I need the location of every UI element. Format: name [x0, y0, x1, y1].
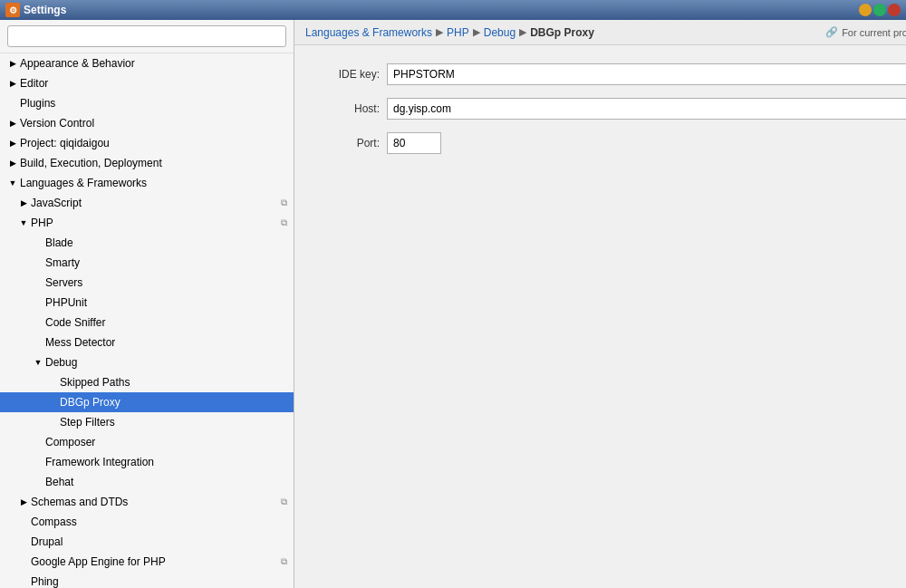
breadcrumb-sep-3: ▶: [519, 26, 526, 38]
ide-key-input[interactable]: [387, 63, 906, 85]
settings-tree: Appearance & BehaviorEditor PluginsVersi…: [0, 53, 294, 588]
sidebar-item-label: Version Control: [20, 117, 94, 130]
sidebar-item-drupal[interactable]: Drupal: [0, 532, 294, 552]
sidebar-item-behat[interactable]: Behat: [0, 472, 294, 492]
breadcrumb-sep-1: ▶: [436, 26, 443, 38]
arrow-icon: [33, 357, 43, 368]
sidebar-item-label: Mess Detector: [45, 336, 115, 349]
search-input[interactable]: [7, 25, 286, 47]
breadcrumb-php[interactable]: PHP: [447, 26, 469, 39]
sidebar-item-compass[interactable]: Compass: [0, 512, 294, 532]
arrow-icon: [7, 158, 18, 169]
sidebar-item-appearance[interactable]: Appearance & Behavior: [0, 53, 294, 73]
sidebar-item-schemas-dtds[interactable]: Schemas and DTDs⧉: [0, 492, 294, 512]
ide-key-label: IDE key:: [316, 68, 380, 81]
sidebar-item-debug[interactable]: Debug: [0, 352, 294, 372]
sidebar-item-label: Languages & Frameworks: [20, 177, 147, 189]
sidebar-item-label: Servers: [45, 276, 82, 289]
sidebar-item-plugins[interactable]: Plugins: [0, 93, 294, 113]
sidebar-item-version-control[interactable]: Version Control: [0, 113, 294, 133]
sidebar-item-phing[interactable]: Phing: [0, 572, 294, 588]
close-button[interactable]: [888, 4, 901, 16]
breadcrumb-debug[interactable]: Debug: [484, 26, 516, 39]
sidebar-item-label: PHPUnit: [45, 296, 87, 309]
sidebar-item-label: Code Sniffer: [45, 316, 106, 329]
app-icon: ⚙: [5, 3, 20, 17]
sidebar-item-label: Blade: [45, 236, 73, 249]
sidebar-item-label: JavaScript: [31, 197, 82, 209]
sidebar-item-label: Editor: [20, 77, 48, 90]
sidebar-item-label: Plugins: [20, 97, 55, 110]
sidebar-item-label: Build, Execution, Deployment: [20, 157, 162, 169]
sidebar-item-label: Composer: [45, 436, 95, 448]
host-row: Host:: [316, 98, 906, 120]
sidebar-item-composer[interactable]: Composer: [0, 432, 294, 452]
sidebar-item-skipped-paths[interactable]: Skipped Paths: [0, 372, 294, 392]
arrow-icon: [7, 78, 18, 89]
sidebar-item-label: Debug: [45, 356, 77, 369]
sidebar-item-code-sniffer[interactable]: Code Sniffer: [0, 313, 294, 333]
sidebar-item-label: Skipped Paths: [60, 376, 130, 389]
sidebar-item-project[interactable]: Project: qiqidaigou: [0, 133, 294, 153]
content-area: Languages & Frameworks ▶ PHP ▶ Debug ▶ D…: [294, 20, 906, 588]
sidebar-item-framework-integration[interactable]: Framework Integration: [0, 452, 294, 472]
sidebar-item-label: Google App Engine for PHP: [31, 555, 166, 568]
sidebar-item-label: Drupal: [31, 535, 63, 548]
arrow-icon: [18, 217, 29, 228]
sidebar-item-step-filters[interactable]: Step Filters: [0, 412, 294, 432]
window-title: Settings: [24, 4, 66, 16]
sidebar-item-smarty[interactable]: Smarty: [0, 253, 294, 273]
port-input[interactable]: [387, 132, 441, 154]
sidebar-item-build[interactable]: Build, Execution, Deployment: [0, 153, 294, 173]
sidebar-item-label: Project: qiqidaigou: [20, 137, 110, 149]
port-label: Port:: [316, 137, 380, 149]
arrow-icon: [7, 58, 18, 69]
arrow-icon: [18, 198, 29, 208]
sidebar-item-label: Framework Integration: [45, 456, 154, 468]
ide-key-row: IDE key:: [316, 63, 906, 85]
sidebar-item-dbgp-proxy[interactable]: DBGp Proxy: [0, 392, 294, 412]
sidebar-item-label: Step Filters: [60, 416, 115, 429]
sidebar-item-blade[interactable]: Blade: [0, 233, 294, 253]
breadcrumb-bar: Languages & Frameworks ▶ PHP ▶ Debug ▶ D…: [294, 20, 906, 45]
breadcrumb-current: DBGp Proxy: [530, 26, 594, 39]
copy-icon: ⧉: [277, 555, 290, 568]
sidebar-item-phpunit[interactable]: PHPUnit: [0, 293, 294, 313]
sidebar-item-label: Appearance & Behavior: [20, 57, 135, 70]
breadcrumb-sep-2: ▶: [473, 26, 480, 38]
for-project-icon: 🔗: [825, 26, 838, 38]
copy-icon: ⧉: [277, 197, 290, 209]
for-project-text: For current project: [842, 27, 906, 38]
maximize-button[interactable]: [873, 4, 886, 16]
sidebar-item-label: Behat: [45, 476, 73, 488]
arrow-icon: [7, 138, 18, 149]
sidebar-item-label: Smarty: [45, 256, 80, 269]
sidebar-item-label: Compass: [31, 516, 77, 528]
sidebar-item-servers[interactable]: Servers: [0, 273, 294, 293]
arrow-icon: [7, 118, 18, 129]
sidebar-item-google-app-engine[interactable]: Google App Engine for PHP⧉: [0, 552, 294, 572]
sidebar: Appearance & BehaviorEditor PluginsVersi…: [0, 20, 294, 588]
copy-icon: ⧉: [277, 496, 290, 508]
port-row: Port:: [316, 132, 906, 154]
host-input[interactable]: [387, 98, 906, 120]
sidebar-item-javascript[interactable]: JavaScript⧉: [0, 193, 294, 213]
minimize-button[interactable]: [859, 4, 872, 16]
arrow-icon: [18, 496, 29, 507]
host-label: Host:: [316, 102, 380, 115]
sidebar-item-mess-detector[interactable]: Mess Detector: [0, 333, 294, 352]
sidebar-item-languages[interactable]: Languages & Frameworks: [0, 173, 294, 193]
sidebar-item-label: Phing: [31, 575, 59, 588]
form-area: IDE key: Host: Port:: [294, 45, 906, 172]
copy-icon: ⧉: [277, 217, 290, 229]
for-project-label: 🔗 For current project: [825, 26, 906, 38]
window-controls: [859, 4, 901, 16]
search-wrap: [0, 20, 294, 53]
sidebar-item-label: PHP: [31, 217, 53, 229]
sidebar-item-php[interactable]: PHP⧉: [0, 213, 294, 233]
title-bar: ⚙ Settings: [0, 0, 906, 20]
breadcrumb-languages[interactable]: Languages & Frameworks: [305, 26, 432, 39]
sidebar-item-editor[interactable]: Editor: [0, 73, 294, 93]
sidebar-item-label: DBGp Proxy: [60, 396, 120, 409]
arrow-icon: [7, 178, 18, 188]
